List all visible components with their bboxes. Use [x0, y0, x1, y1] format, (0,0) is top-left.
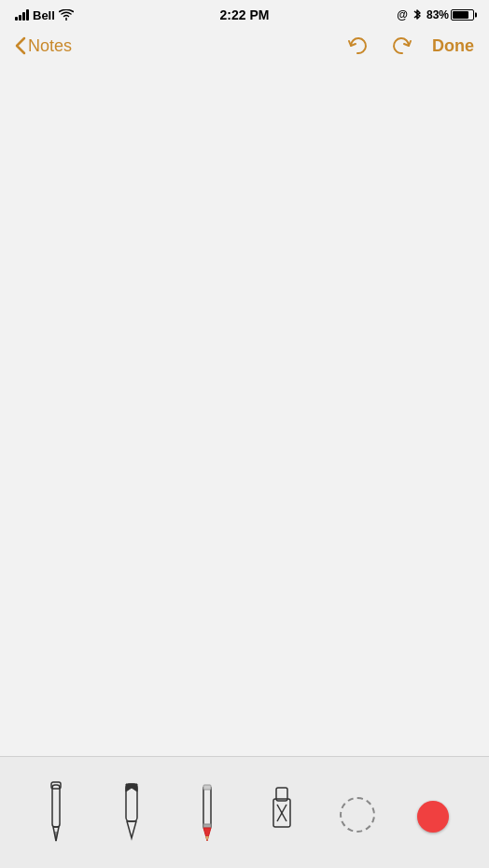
drawing-toolbar — [0, 756, 489, 868]
redo-icon — [389, 33, 415, 59]
svg-rect-0 — [52, 785, 60, 827]
back-button[interactable]: Notes — [15, 36, 72, 56]
color-circle-icon — [417, 801, 449, 833]
lasso-icon — [340, 797, 375, 833]
signal-icon — [15, 9, 29, 21]
lasso-tool[interactable] — [334, 771, 381, 846]
fountain-pen-icon — [45, 780, 67, 846]
pencil-tool[interactable] — [184, 771, 231, 846]
status-left: Bell — [15, 8, 74, 22]
undo-icon — [344, 33, 370, 59]
svg-rect-7 — [203, 785, 211, 790]
chevron-left-icon — [15, 36, 26, 55]
drawing-canvas[interactable] — [0, 67, 489, 756]
battery-icon — [451, 9, 474, 21]
marker-tool[interactable] — [108, 771, 155, 846]
eraser-icon — [270, 780, 294, 846]
battery-percent: 83% — [426, 8, 449, 21]
bluetooth-icon — [412, 8, 422, 21]
battery-indicator: 83% — [426, 8, 474, 21]
svg-marker-10 — [205, 836, 209, 841]
pencil-icon — [197, 780, 217, 846]
time-display: 2:22 PM — [220, 7, 270, 22]
redo-button[interactable] — [387, 31, 417, 61]
nav-bar: Notes Done — [0, 26, 489, 67]
status-bar: Bell 2:22 PM @ 83% — [0, 0, 489, 26]
eraser-tool[interactable] — [258, 771, 305, 846]
carrier-label: Bell — [33, 8, 55, 22]
at-icon: @ — [397, 8, 408, 21]
back-label: Notes — [28, 36, 72, 56]
color-picker-tool[interactable] — [410, 771, 456, 846]
undo-button[interactable] — [342, 31, 372, 61]
status-right: @ 83% — [397, 8, 474, 21]
battery-fill — [453, 11, 468, 19]
svg-rect-6 — [203, 788, 211, 827]
svg-marker-5 — [127, 821, 136, 838]
nav-actions: Done — [342, 31, 474, 61]
marker-icon — [119, 780, 144, 846]
wifi-icon — [59, 9, 74, 21]
fountain-pen-tool[interactable] — [33, 771, 79, 846]
done-button[interactable]: Done — [432, 36, 474, 56]
svg-rect-8 — [203, 824, 211, 828]
